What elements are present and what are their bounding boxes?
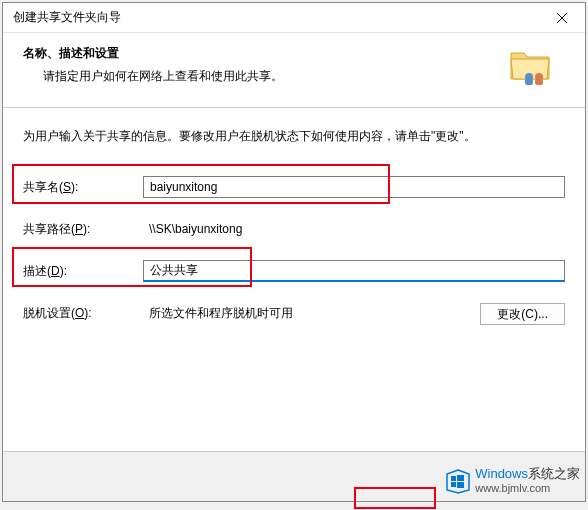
- svg-rect-9: [451, 482, 456, 487]
- header-title: 名称、描述和设置: [23, 45, 509, 62]
- titlebar: 创建共享文件夹向导: [3, 3, 585, 33]
- header-subtitle: 请指定用户如何在网络上查看和使用此共享。: [23, 68, 509, 85]
- description-row: 描述(D):: [23, 259, 565, 283]
- watermark-text: Windows系统之家 www.bjmlv.com: [475, 466, 580, 495]
- folder-share-icon: [509, 45, 557, 87]
- watermark-url: www.bjmlv.com: [475, 482, 580, 495]
- offline-row: 脱机设置(O): 所选文件和程序脱机时可用 更改(C)...: [23, 301, 565, 325]
- instruction-text: 为用户输入关于共享的信息。要修改用户在脱机状态下如何使用内容，请单击"更改"。: [23, 128, 565, 145]
- dialog-window: 创建共享文件夹向导 名称、描述和设置 请指定用户如何在网络上查看和使用此共享。 …: [2, 2, 586, 502]
- watermark-brand: Windows: [475, 466, 528, 481]
- svg-marker-6: [447, 470, 469, 493]
- offline-label: 脱机设置(O):: [23, 305, 143, 322]
- header-area: 名称、描述和设置 请指定用户如何在网络上查看和使用此共享。: [3, 33, 585, 107]
- watermark-suffix: 系统之家: [528, 466, 580, 481]
- content-area: 为用户输入关于共享的信息。要修改用户在脱机状态下如何使用内容，请单击"更改"。 …: [3, 108, 585, 451]
- close-icon: [557, 13, 567, 23]
- window-title: 创建共享文件夹向导: [13, 9, 121, 26]
- svg-rect-10: [457, 482, 464, 488]
- share-path-value: \\SK\baiyunxitong: [143, 220, 565, 238]
- windows-logo-icon: [445, 468, 471, 494]
- svg-rect-7: [451, 476, 456, 481]
- share-name-label: 共享名(S):: [23, 179, 143, 196]
- share-path-label: 共享路径(P):: [23, 221, 143, 238]
- header-text: 名称、描述和设置 请指定用户如何在网络上查看和使用此共享。: [23, 45, 509, 85]
- offline-value: 所选文件和程序脱机时可用: [143, 303, 470, 324]
- description-input[interactable]: [143, 260, 565, 282]
- change-button[interactable]: 更改(C)...: [480, 303, 565, 325]
- description-label: 描述(D):: [23, 263, 143, 280]
- watermark: Windows系统之家 www.bjmlv.com: [445, 466, 580, 495]
- share-path-row: 共享路径(P): \\SK\baiyunxitong: [23, 217, 565, 241]
- share-name-input[interactable]: [143, 176, 565, 198]
- share-name-row: 共享名(S):: [23, 175, 565, 199]
- svg-rect-8: [457, 475, 464, 481]
- svg-rect-4: [525, 79, 533, 85]
- close-button[interactable]: [539, 3, 585, 33]
- svg-rect-5: [535, 79, 543, 85]
